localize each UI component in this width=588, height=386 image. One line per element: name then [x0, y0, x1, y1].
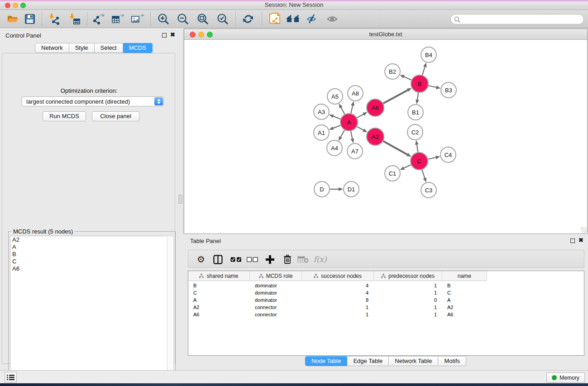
network-close-button[interactable]: [190, 32, 196, 38]
table-row[interactable]: A2connector11A2: [188, 304, 487, 311]
zoom-in-icon[interactable]: [156, 12, 171, 26]
tab-network-table[interactable]: Network Table: [389, 356, 438, 366]
cell-successor-nodes[interactable]: 8: [302, 296, 374, 304]
close-table-panel-icon[interactable]: ✖: [578, 237, 583, 243]
edge-C-C3[interactable]: [422, 170, 425, 178]
minimize-window-button[interactable]: [13, 3, 18, 8]
table-row[interactable]: Bdominator41B: [188, 282, 487, 289]
zoom-out-icon[interactable]: [175, 12, 191, 26]
cell-shared-name[interactable]: B: [188, 282, 250, 289]
edge-A6-B[interactable]: [383, 90, 408, 103]
result-item[interactable]: B: [10, 251, 167, 258]
node-A4[interactable]: A4: [327, 140, 342, 156]
cell-predecessor-nodes[interactable]: 1: [374, 289, 442, 296]
edge-B-B1[interactable]: [417, 93, 418, 100]
gear-icon[interactable]: ⚙: [194, 253, 208, 266]
node-C4[interactable]: C4: [440, 147, 456, 162]
cell-MCDS-role[interactable]: dominator: [250, 289, 302, 296]
cell-MCDS-role[interactable]: connector: [250, 311, 302, 318]
cell-shared-name[interactable]: C: [188, 289, 250, 296]
select-all-icon[interactable]: [229, 253, 243, 266]
edge-A-A1[interactable]: [333, 125, 340, 128]
function-icon[interactable]: f(x): [311, 253, 329, 266]
edge-B-B4[interactable]: [422, 67, 425, 75]
cell-predecessor-nodes[interactable]: 1: [374, 282, 442, 289]
column-header-name[interactable]: name: [442, 271, 487, 281]
import-network-icon[interactable]: [47, 12, 62, 26]
node-A8[interactable]: A8: [348, 86, 363, 101]
network-minimize-button[interactable]: [198, 32, 204, 38]
edge-A-A2[interactable]: [357, 127, 363, 130]
column-header-successor-nodes[interactable]: successor nodes: [302, 271, 374, 281]
column-header-shared-name[interactable]: shared name: [188, 271, 250, 281]
edge-A-A5[interactable]: [341, 108, 344, 114]
table-row[interactable]: Cdominator41C: [188, 289, 487, 296]
network-graph[interactable]: B4B2BB3A8A5A6A3B1AA1C2A2A4A7C4CC1C3DD1: [184, 40, 587, 234]
cell-shared-name[interactable]: A: [188, 296, 250, 304]
close-panel-icon[interactable]: ✖: [170, 31, 175, 38]
edge-A-A8[interactable]: [351, 105, 353, 113]
tab-motifs[interactable]: Motifs: [438, 356, 466, 366]
edge-A-A6[interactable]: [357, 114, 363, 118]
edge-A-A4[interactable]: [341, 130, 345, 137]
cell-MCDS-role[interactable]: dominator: [250, 296, 302, 304]
deselect-all-icon[interactable]: [245, 253, 259, 266]
cell-successor-nodes[interactable]: 1: [302, 304, 374, 311]
zoom-fit-icon[interactable]: [195, 12, 210, 26]
node-A1[interactable]: A1: [314, 125, 329, 140]
column-header-MCDS-role[interactable]: MCDS role: [250, 271, 302, 281]
zoom-selected-icon[interactable]: [215, 12, 230, 26]
result-item[interactable]: A6: [10, 265, 167, 272]
cell-name[interactable]: A: [442, 296, 487, 304]
edge-C-C2[interactable]: [417, 145, 418, 152]
cell-MCDS-role[interactable]: connector: [250, 304, 302, 311]
node-B4[interactable]: B4: [421, 47, 436, 62]
result-item[interactable]: A2: [10, 236, 167, 243]
edge-A2-C[interactable]: [383, 141, 407, 155]
node-B[interactable]: B: [411, 75, 428, 92]
export-table-icon[interactable]: [110, 12, 126, 26]
node-A[interactable]: A: [340, 114, 358, 131]
result-item[interactable]: C: [10, 258, 167, 265]
show-details-icon[interactable]: [325, 12, 340, 26]
memory-button[interactable]: Memory: [546, 372, 585, 383]
edge-A-A3[interactable]: [333, 116, 340, 119]
cell-MCDS-role[interactable]: dominator: [250, 282, 302, 289]
node-C1[interactable]: C1: [385, 166, 400, 181]
node-C[interactable]: C: [411, 152, 428, 170]
new-network-icon[interactable]: [267, 12, 282, 26]
tab-network[interactable]: Network: [35, 43, 69, 53]
cell-predecessor-nodes[interactable]: 0: [374, 296, 442, 304]
network-zoom-button[interactable]: [207, 32, 213, 38]
network-canvas[interactable]: B4B2BB3A8A5A6A3B1AA1C2A2A4A7C4CC1C3DD1: [184, 40, 587, 234]
tab-node-table[interactable]: Node Table: [305, 356, 348, 366]
cell-name[interactable]: A6: [442, 311, 487, 318]
cell-successor-nodes[interactable]: 4: [302, 282, 374, 289]
criterion-dropdown[interactable]: largest connected component (directed): [22, 96, 164, 106]
import-table-icon[interactable]: [67, 12, 82, 26]
search-input[interactable]: [463, 15, 580, 24]
result-item[interactable]: A: [10, 243, 167, 251]
export-network-icon[interactable]: [91, 12, 106, 26]
window-resize-grip[interactable]: [581, 227, 587, 233]
cell-name[interactable]: B: [442, 282, 487, 289]
search-field[interactable]: [450, 14, 584, 24]
float-table-panel-icon[interactable]: [570, 238, 575, 243]
edge-C-C4[interactable]: [428, 157, 436, 159]
edge-B-B3[interactable]: [429, 86, 436, 87]
tab-mcds[interactable]: MCDS: [123, 43, 153, 53]
cell-predecessor-nodes[interactable]: 1: [374, 311, 442, 318]
cell-name[interactable]: A2: [442, 304, 487, 311]
open-folder-icon[interactable]: [5, 12, 20, 26]
node-B3[interactable]: B3: [441, 82, 456, 98]
cell-shared-name[interactable]: A6: [188, 311, 250, 318]
delete-icon[interactable]: [281, 253, 294, 266]
column-icon[interactable]: [211, 253, 225, 266]
node-D[interactable]: D: [314, 181, 330, 197]
cell-name[interactable]: C: [442, 289, 487, 296]
node-C3[interactable]: C3: [421, 182, 436, 198]
node-D1[interactable]: D1: [344, 181, 359, 197]
hide-details-icon[interactable]: [305, 12, 320, 26]
cell-successor-nodes[interactable]: 4: [302, 289, 374, 296]
export-image-icon[interactable]: [130, 12, 145, 26]
